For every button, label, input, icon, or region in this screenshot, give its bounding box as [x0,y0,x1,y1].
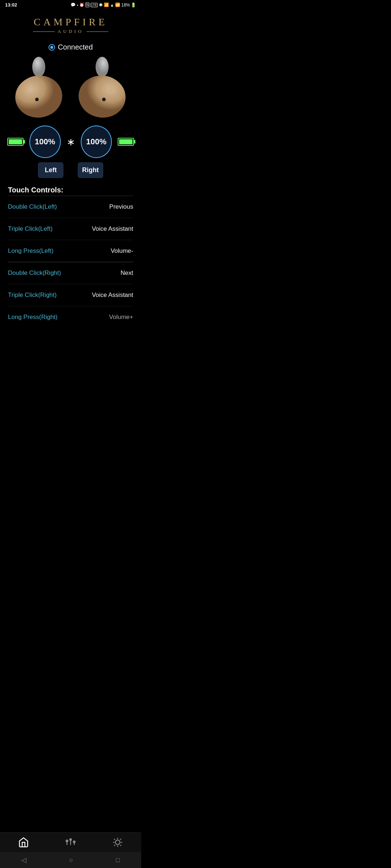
svg-point-1 [13,73,65,118]
svg-point-6 [102,98,106,101]
control-row-1[interactable]: Triple Click(Left) Voice Assistant [8,218,133,240]
right-spacer [109,162,134,178]
logo-audio-row: AUDIO [0,29,141,34]
left-battery-percent: 100% [35,137,55,146]
touch-controls-section: Touch Controls: Double Click(Left) Previ… [0,179,141,324]
brand-name: CAMPFIRE [0,16,141,28]
status-time: 13:02 [5,2,17,8]
connection-indicator [49,44,55,51]
lte-icon: LTE [91,3,98,7]
right-battery-percent: 100% [86,137,106,146]
control-row-5-partial[interactable]: Long Press(Right) Volume+ [8,306,133,324]
control-label-3: Double Click(Right) [8,269,61,277]
control-label-5: Long Press(Right) [8,314,58,321]
left-battery-icon [7,138,24,146]
left-earbud-svg: ↄ [11,57,67,118]
control-value-3: Next [121,269,133,277]
control-value-0: Previous [109,203,133,210]
battery-icon-status: 🔋 [131,3,136,8]
audio-label: AUDIO [58,29,84,34]
right-battery-circle: 100% [81,125,112,158]
bluetooth-status-icon: ✱ [99,2,103,8]
status-bar: 13:02 💬 • ⏰ N LTE ✱ 📶 ▲ 📶 18% 🔋 [0,0,141,10]
bluetooth-center-icon: ∗ [67,136,75,148]
logo-line-right [87,31,108,32]
battery-controls-row: 100% ∗ 100% [0,125,141,158]
connection-text: Connected [58,43,93,51]
left-earbud-label[interactable]: Left [38,162,63,178]
control-value-5: Volume+ [109,314,133,321]
control-label-2: Long Press(Left) [8,247,54,255]
control-row-0[interactable]: Double Click(Left) Previous [8,196,133,218]
right-battery-icon [118,138,134,146]
control-label-4: Triple Click(Right) [8,292,56,299]
svg-text:ↄ: ↄ [22,85,25,93]
svg-point-5 [76,73,129,118]
left-battery-circle: 100% [29,125,61,158]
control-label-1: Triple Click(Left) [8,225,52,233]
connection-status: Connected [0,43,141,51]
control-value-2: Volume- [111,247,133,255]
signal-icon: ▲ [110,3,114,7]
control-value-1: Voice Assistant [92,225,133,233]
connection-dot-inner [50,46,53,49]
touch-controls-title: Touch Controls: [8,186,133,194]
svg-point-0 [32,57,45,77]
status-icons: 💬 • ⏰ N LTE ✱ 📶 ▲ 📶 18% 🔋 [71,2,136,8]
control-row-2[interactable]: Long Press(Left) Volume- [8,240,133,262]
svg-point-2 [35,98,39,101]
whatsapp-icon: 💬 [71,3,76,7]
earbuds-display: ↄ ↄ [0,55,141,118]
left-battery-fill [9,139,22,144]
notification-dot: • [77,3,78,7]
logo-line-left [33,31,55,32]
right-battery-fill [119,139,133,144]
nfc-icon: N [85,3,89,7]
control-row-3[interactable]: Double Click(Right) Next [8,262,133,284]
svg-text:ↄ: ↄ [109,85,113,93]
wifi-icon: 📶 [104,3,109,7]
no-sim-icon: 📶 [115,3,120,7]
alarm-icon: ⏰ [79,3,84,7]
right-earbud-svg: ↄ [74,57,130,118]
right-earbud-label[interactable]: Right [78,162,103,178]
control-label-0: Double Click(Left) [8,203,57,210]
svg-point-4 [96,57,109,77]
app-header: CAMPFIRE AUDIO [0,10,141,38]
control-value-4: Voice Assistant [92,292,133,299]
control-row-4[interactable]: Triple Click(Right) Voice Assistant [8,284,133,306]
battery-percent: 18% [121,3,130,8]
battery-status: 18% 🔋 [121,3,136,8]
lr-labels-row: Left Right [0,162,141,178]
left-spacer [7,162,32,178]
